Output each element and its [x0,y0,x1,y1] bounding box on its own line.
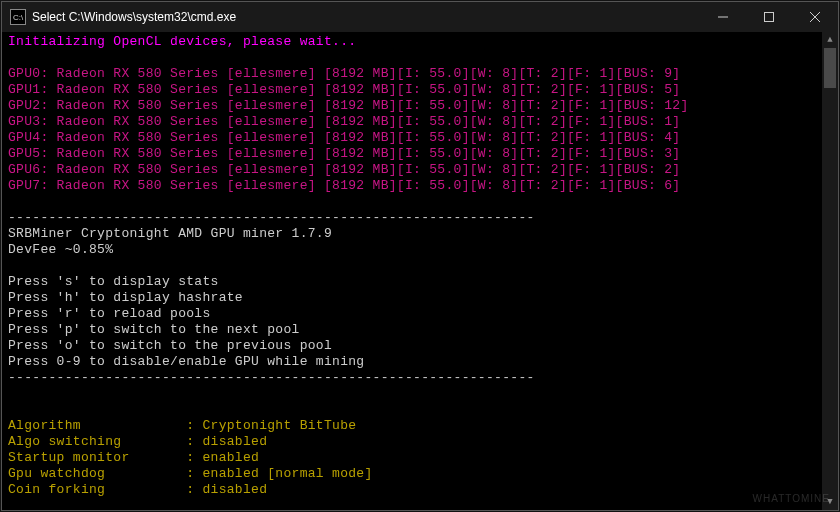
app-icon: C:\ [10,9,26,25]
setting-line: Startup monitor : enabled [8,450,259,465]
gpu-line: GPU1: Radeon RX 580 Series [ellesmere] [… [8,82,680,97]
gpu-line: GPU5: Radeon RX 580 Series [ellesmere] [… [8,146,680,161]
gpu-line: GPU3: Radeon RX 580 Series [ellesmere] [… [8,114,680,129]
gpu-line: GPU0: Radeon RX 580 Series [ellesmere] [… [8,66,680,81]
gpu-line: GPU2: Radeon RX 580 Series [ellesmere] [… [8,98,689,113]
gpu-line: GPU4: Radeon RX 580 Series [ellesmere] [… [8,130,680,145]
content-area: Initializing OpenCL devices, please wait… [2,32,838,510]
scrollbar-track[interactable] [822,48,838,494]
gpu-line: GPU6: Radeon RX 580 Series [ellesmere] [… [8,162,680,177]
setting-line: Coin forking : disabled [8,482,267,497]
maximize-button[interactable] [746,2,792,32]
close-button[interactable] [792,2,838,32]
setting-line: Algorithm : Cryptonight BitTube [8,418,356,433]
titlebar[interactable]: C:\ Select C:\Windows\system32\cmd.exe [2,2,838,32]
watermark: WHATTOMINE [753,493,830,504]
maximize-icon [764,12,774,22]
scroll-up-arrow-icon[interactable]: ▲ [822,32,838,48]
cmd-window: C:\ Select C:\Windows\system32\cmd.exe I… [1,1,839,511]
setting-line: Algo switching : disabled [8,434,267,449]
window-controls [700,2,838,32]
minimize-icon [718,12,728,22]
vertical-scrollbar[interactable]: ▲ ▼ [822,32,838,510]
gpu-line: GPU7: Radeon RX 580 Series [ellesmere] [… [8,178,680,193]
minimize-button[interactable] [700,2,746,32]
close-icon [810,12,820,22]
window-title: Select C:\Windows\system32\cmd.exe [32,10,700,24]
svg-rect-0 [765,13,774,22]
setting-line: Gpu watchdog : enabled [normal mode] [8,466,373,481]
terminal-output[interactable]: Initializing OpenCL devices, please wait… [2,32,822,510]
scrollbar-thumb[interactable] [824,48,836,88]
